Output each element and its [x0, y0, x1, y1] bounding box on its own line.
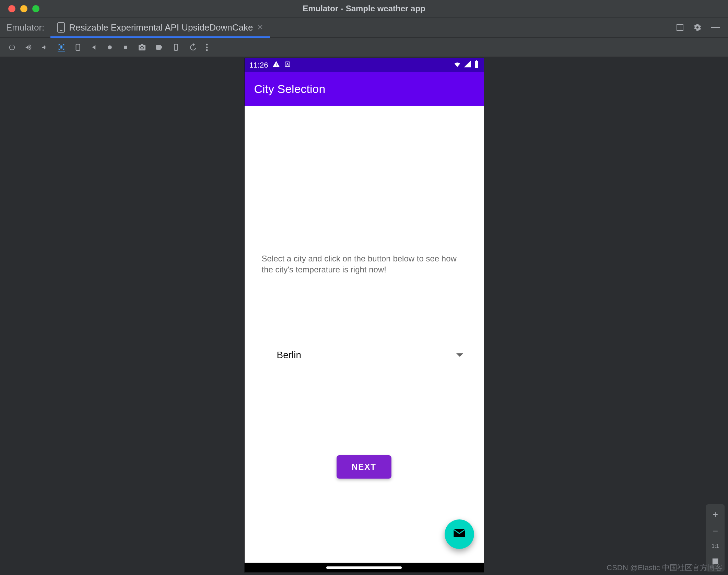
warning-icon	[272, 60, 280, 70]
device-select-icon[interactable]	[172, 44, 180, 51]
battery-icon	[474, 60, 479, 70]
window-close-button[interactable]	[8, 5, 15, 12]
tabstrip-label: Emulator:	[0, 17, 50, 37]
svg-rect-0	[677, 24, 683, 31]
window-mode-icon[interactable]	[676, 23, 684, 32]
chevron-down-icon	[456, 353, 463, 357]
zoom-panel: + − 1:1	[706, 504, 725, 572]
zoom-in-button[interactable]: +	[706, 506, 725, 523]
window-title: Emulator - Sample weather app	[0, 4, 728, 13]
rotate-left-icon[interactable]	[58, 43, 65, 51]
watermark: CSDN @Elastic 中国社区官方博客	[607, 563, 723, 573]
more-icon[interactable]	[206, 44, 208, 51]
volume-up-icon[interactable]	[25, 44, 32, 51]
zoom-out-button[interactable]: −	[706, 523, 725, 539]
emulator-stage: 11:26 A City Selection Select a city and…	[0, 57, 728, 575]
hide-panel-icon[interactable]	[711, 27, 720, 28]
svg-rect-15	[714, 560, 716, 562]
emulator-toolbar	[0, 38, 728, 57]
app-content: Select a city and click on the button be…	[245, 106, 484, 563]
mail-icon	[453, 527, 466, 542]
emulator-tabstrip: Emulator: Resizable Experimental API Ups…	[0, 17, 728, 38]
signal-icon	[464, 60, 471, 70]
svg-point-8	[206, 46, 208, 48]
snapshots-icon[interactable]	[189, 43, 197, 51]
help-text: Select a city and click on the button be…	[262, 253, 461, 275]
nav-pill	[326, 566, 402, 569]
wifi-icon	[454, 60, 461, 70]
window-zoom-button[interactable]	[32, 5, 39, 12]
emulator-tab[interactable]: Resizable Experimental API UpsideDownCak…	[50, 17, 270, 37]
power-icon[interactable]	[8, 44, 16, 51]
close-icon[interactable]: ✕	[257, 24, 263, 31]
next-button[interactable]: NEXT	[337, 455, 391, 479]
svg-rect-13	[476, 60, 477, 61]
app-bar: City Selection	[245, 72, 484, 106]
record-icon[interactable]	[155, 43, 163, 51]
device-icon	[57, 22, 65, 33]
svg-rect-4	[124, 46, 127, 49]
svg-point-6	[176, 49, 176, 50]
back-icon[interactable]	[91, 44, 97, 51]
svg-rect-12	[475, 61, 478, 68]
svg-point-7	[206, 44, 208, 45]
city-select-value: Berlin	[277, 350, 302, 361]
zoom-reset-button[interactable]: 1:1	[712, 539, 719, 553]
home-icon[interactable]	[106, 44, 113, 51]
android-nav-bar[interactable]	[245, 563, 484, 572]
phone-frame: 11:26 A City Selection Select a city and…	[245, 58, 484, 572]
fab-mail-button[interactable]	[445, 519, 474, 549]
android-status-bar: 11:26 A	[245, 58, 484, 72]
status-time: 11:26	[249, 61, 268, 70]
debug-icon: A	[284, 61, 291, 70]
window-minimize-button[interactable]	[20, 5, 27, 12]
emulator-tab-label: Resizable Experimental API UpsideDownCak…	[69, 22, 253, 33]
svg-rect-2	[711, 27, 720, 28]
app-bar-title: City Selection	[254, 82, 326, 96]
volume-down-icon[interactable]	[41, 44, 49, 51]
svg-point-9	[206, 49, 208, 51]
rotate-right-icon[interactable]	[74, 44, 82, 51]
svg-point-3	[108, 45, 112, 49]
window-titlebar: Emulator - Sample weather app	[0, 0, 728, 17]
svg-text:A: A	[286, 62, 289, 66]
screenshot-icon[interactable]	[138, 43, 146, 51]
gear-icon[interactable]	[693, 23, 702, 32]
overview-icon[interactable]	[122, 44, 129, 51]
city-select-dropdown[interactable]: Berlin	[262, 344, 467, 366]
